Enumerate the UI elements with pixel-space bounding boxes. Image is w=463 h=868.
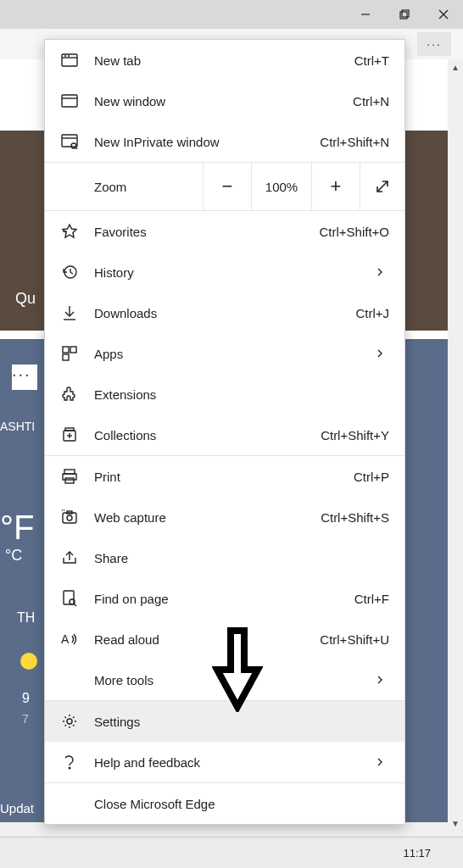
menu-item-new-window[interactable]: New window Ctrl+N <box>45 81 404 121</box>
menu-item-favorites[interactable]: Favorites Ctrl+Shift+O <box>45 211 404 252</box>
menu-shortcut: Ctrl+J <box>355 306 389 320</box>
svg-rect-9 <box>62 95 77 107</box>
help-icon <box>60 753 79 771</box>
menu-shortcut: Ctrl+Shift+Y <box>321 428 389 442</box>
svg-point-41 <box>69 767 70 769</box>
chevron-right-icon <box>371 753 389 771</box>
scroll-track[interactable] <box>448 75 463 815</box>
menu-label: New window <box>94 94 353 108</box>
chevron-right-icon <box>371 263 389 281</box>
menu-shortcut: Ctrl+T <box>354 53 389 68</box>
menu-shortcut: Ctrl+Shift+U <box>320 632 389 647</box>
menu-item-new-tab[interactable]: New tab Ctrl+T <box>45 40 404 81</box>
menu-shortcut: Ctrl+F <box>354 592 389 606</box>
svg-rect-36 <box>64 591 74 604</box>
page-scrollbar[interactable]: ▲ ▼ <box>448 59 463 831</box>
bg-text: ASHTI <box>0 420 35 433</box>
menu-label: Collections <box>94 428 321 442</box>
menu-item-close-edge[interactable]: Close Microsoft Edge <box>45 783 404 824</box>
more-options-button[interactable]: ··· <box>417 32 451 56</box>
menu-item-print[interactable]: Print Ctrl+P <box>45 456 404 497</box>
menu-label: Extensions <box>94 387 389 402</box>
menu-item-inprivate[interactable]: New InPrivate window Ctrl+Shift+N <box>45 121 404 162</box>
menu-item-help[interactable]: Help and feedback <box>45 742 404 782</box>
menu-shortcut: Ctrl+Shift+N <box>320 135 389 149</box>
inprivate-icon <box>60 132 79 151</box>
svg-rect-22 <box>70 347 76 353</box>
settings-menu: New tab Ctrl+T New window Ctrl+N New InP… <box>44 39 405 825</box>
menu-item-history[interactable]: History <box>45 252 404 292</box>
menu-label: Read aloud <box>94 632 320 647</box>
bg-text: Qu <box>15 290 36 308</box>
menu-shortcut: Ctrl+Shift+S <box>321 510 389 525</box>
find-icon <box>60 589 79 608</box>
svg-point-32 <box>67 515 72 520</box>
menu-item-find[interactable]: Find on page Ctrl+F <box>45 578 404 619</box>
bg-text: TH <box>17 610 35 626</box>
menu-item-readaloud[interactable]: A Read aloud Ctrl+Shift+U <box>45 619 404 659</box>
menu-item-share[interactable]: Share <box>45 537 404 578</box>
menu-label: Share <box>94 551 389 565</box>
blank-icon <box>60 794 79 813</box>
chevron-right-icon <box>371 344 389 363</box>
share-icon <box>60 548 79 567</box>
menu-item-webcapture[interactable]: Web capture Ctrl+Shift+S <box>45 497 404 537</box>
bg-text: °C <box>5 547 22 565</box>
menu-item-moretools[interactable]: More tools <box>45 659 404 700</box>
menu-label: Print <box>94 470 354 484</box>
svg-rect-30 <box>65 478 74 483</box>
svg-rect-21 <box>63 347 69 353</box>
window-maximize-button[interactable] <box>385 0 424 29</box>
fullscreen-button[interactable] <box>360 163 404 210</box>
menu-item-settings[interactable]: Settings <box>45 701 404 742</box>
menu-item-apps[interactable]: Apps <box>45 333 404 374</box>
svg-line-15 <box>377 181 388 192</box>
collections-icon <box>60 426 79 444</box>
readaloud-icon: A <box>60 630 79 648</box>
chevron-right-icon <box>371 670 389 689</box>
menu-item-collections[interactable]: Collections Ctrl+Shift+Y <box>45 415 404 455</box>
downloads-icon <box>60 303 79 322</box>
svg-rect-31 <box>63 513 76 523</box>
menu-label: Settings <box>94 715 389 729</box>
svg-rect-2 <box>402 10 409 17</box>
favorites-icon <box>60 222 79 241</box>
svg-line-14 <box>75 147 77 149</box>
menu-label: Find on page <box>94 592 354 606</box>
bg-text: Updat <box>0 801 34 815</box>
zoom-out-button[interactable]: − <box>203 163 251 210</box>
history-icon <box>60 263 79 281</box>
extensions-icon <box>60 385 79 403</box>
webcapture-icon <box>60 508 79 526</box>
zoom-value: 100% <box>251 163 311 210</box>
blank-icon <box>60 670 79 689</box>
zoom-in-button[interactable]: + <box>311 163 360 210</box>
menu-shortcut: Ctrl+N <box>353 94 389 108</box>
menu-shortcut: Ctrl+Shift+O <box>319 225 389 239</box>
window-close-button[interactable] <box>424 0 463 29</box>
menu-label: New tab <box>94 53 354 68</box>
taskbar-clock: 11:17 <box>403 847 431 860</box>
menu-label: Favorites <box>94 225 319 239</box>
window-minimize-button[interactable] <box>346 0 385 29</box>
bg-ellipsis: ··· <box>12 364 37 390</box>
scroll-up-button[interactable]: ▲ <box>448 59 463 75</box>
menu-zoom-row: Zoom − 100% + <box>45 163 404 210</box>
bg-text: 7 <box>22 712 29 726</box>
zoom-label: Zoom <box>45 180 203 194</box>
menu-item-extensions[interactable]: Extensions <box>45 374 404 415</box>
menu-label: Web capture <box>94 510 321 525</box>
svg-rect-1 <box>400 12 407 19</box>
scroll-down-button[interactable]: ▼ <box>448 815 463 831</box>
svg-rect-23 <box>63 354 69 360</box>
apps-icon <box>60 344 79 363</box>
new-tab-icon <box>60 51 79 70</box>
svg-text:A: A <box>61 632 70 646</box>
menu-shortcut: Ctrl+P <box>354 470 389 484</box>
taskbar: 11:17 <box>0 837 463 868</box>
menu-label: New InPrivate window <box>94 135 320 149</box>
gear-icon <box>60 712 79 731</box>
menu-label: Help and feedback <box>94 755 371 770</box>
menu-item-downloads[interactable]: Downloads Ctrl+J <box>45 292 404 333</box>
menu-label: History <box>94 265 371 280</box>
